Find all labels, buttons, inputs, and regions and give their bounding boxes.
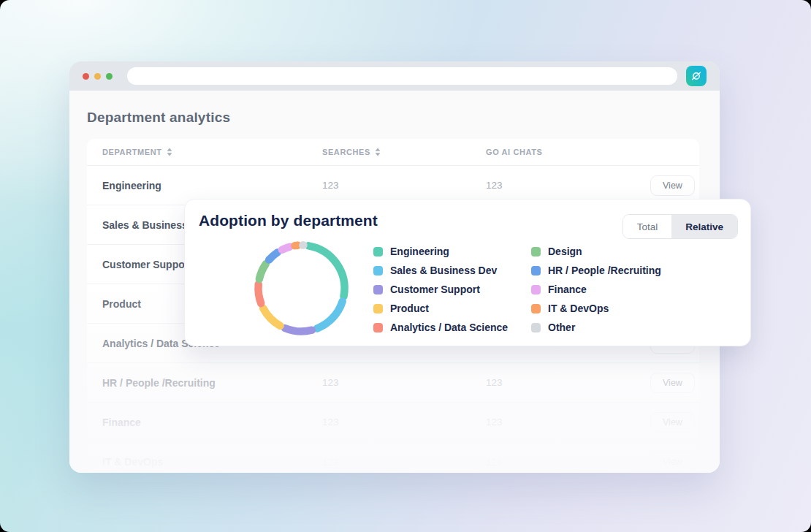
legend-swatch-icon: [531, 304, 541, 314]
donut-segment: [269, 253, 277, 260]
table-header-row: DEPARTMENT SEARCHES GO AI CHATS: [87, 139, 699, 166]
donut-segment: [259, 264, 266, 279]
legend-swatch-icon: [531, 285, 541, 294]
toggle-relative-button[interactable]: Relative: [671, 215, 737, 238]
chart-legend-column-2: Design HR / People /Recruiting Finance I…: [531, 242, 661, 337]
legend-swatch-icon: [373, 304, 383, 314]
view-button[interactable]: View: [650, 412, 695, 433]
legend-label: HR / People /Recruiting: [548, 265, 661, 276]
sort-icon: [167, 148, 172, 156]
legend-item: Customer Support: [373, 280, 508, 299]
table-row: Finance 123 123 View: [87, 403, 699, 442]
window-maximize-icon: [106, 73, 113, 80]
legend-swatch-icon: [531, 266, 541, 276]
legend-label: Customer Support: [390, 284, 480, 295]
searches-value: 123: [322, 457, 486, 468]
legend-item: Design: [531, 242, 661, 261]
legend-swatch-icon: [373, 285, 383, 294]
column-header-label: DEPARTMENT: [102, 148, 162, 156]
searches-value: 123: [322, 417, 486, 428]
table-row: HR / People /Recruiting 123 123 View: [87, 363, 699, 403]
window-controls: [83, 73, 113, 80]
donut-segment: [282, 247, 290, 250]
legend-swatch-icon: [373, 323, 383, 332]
legend-item: Sales & Business Dev: [373, 261, 508, 280]
legend-swatch-icon: [531, 323, 541, 332]
table-row: IT & DevOps 123 123 View: [87, 442, 699, 473]
legend-label: Design: [548, 246, 582, 257]
donut-segment: [263, 308, 280, 326]
go-ai-chats-value: 123: [486, 377, 650, 388]
legend-swatch-icon: [531, 247, 541, 256]
sort-icon: [375, 148, 381, 156]
adoption-by-department-card: Adoption by department Total Relative En…: [184, 199, 751, 346]
view-button[interactable]: View: [650, 373, 695, 393]
view-button[interactable]: View: [650, 175, 695, 196]
app-background: Department analytics DEPARTMENT SEARCHES…: [0, 0, 811, 532]
legend-label: Product: [390, 303, 429, 314]
department-name: Engineering: [102, 180, 322, 191]
window-minimize-icon: [94, 73, 101, 80]
searches-value: 123: [322, 377, 486, 388]
column-header-label: GO AI CHATS: [486, 148, 543, 156]
page-title: Department analytics: [87, 110, 720, 126]
legend-label: Sales & Business Dev: [390, 265, 497, 276]
legend-item: Product: [373, 299, 508, 318]
legend-item: Other: [531, 318, 661, 337]
donut-segment: [317, 301, 343, 328]
legend-label: Other: [548, 322, 575, 333]
donut-chart: [248, 235, 354, 341]
gosearch-logo-icon: [690, 69, 703, 83]
gosearch-extension-button[interactable]: [686, 66, 707, 86]
chart-legend-column-1: Engineering Sales & Business Dev Custome…: [373, 242, 508, 337]
legend-label: Engineering: [390, 246, 449, 257]
toggle-total-button[interactable]: Total: [623, 215, 672, 238]
donut-segment: [285, 328, 312, 331]
legend-label: Analytics / Data Science: [390, 322, 508, 333]
legend-item: Engineering: [373, 242, 508, 261]
address-bar[interactable]: [127, 67, 677, 85]
legend-label: Finance: [548, 284, 587, 295]
column-header: GO AI CHATS: [486, 148, 650, 156]
browser-titlebar: [69, 61, 720, 91]
column-header[interactable]: DEPARTMENT: [102, 148, 322, 156]
view-button[interactable]: View: [650, 452, 695, 472]
legend-label: IT & DevOps: [548, 303, 609, 314]
go-ai-chats-value: 123: [486, 180, 650, 191]
legend-item: Analytics / Data Science: [373, 318, 508, 337]
modal-title: Adoption by department: [199, 212, 378, 229]
window-close-icon: [83, 73, 89, 80]
column-header[interactable]: SEARCHES: [322, 148, 486, 156]
department-name: HR / People /Recruiting: [102, 377, 322, 389]
go-ai-chats-value: 123: [486, 417, 650, 428]
column-header-label: SEARCHES: [322, 148, 370, 156]
searches-value: 123: [322, 180, 486, 191]
legend-item: HR / People /Recruiting: [531, 261, 661, 280]
legend-swatch-icon: [373, 247, 383, 256]
department-name: IT & DevOps: [102, 456, 322, 468]
go-ai-chats-value: 123: [486, 457, 650, 468]
legend-item: IT & DevOps: [531, 299, 661, 318]
department-name: Finance: [102, 417, 322, 428]
donut-segment: [308, 246, 344, 296]
donut-segment: [259, 284, 262, 303]
legend-item: Finance: [531, 280, 661, 299]
total-relative-toggle: Total Relative: [622, 214, 738, 239]
legend-swatch-icon: [373, 266, 383, 276]
